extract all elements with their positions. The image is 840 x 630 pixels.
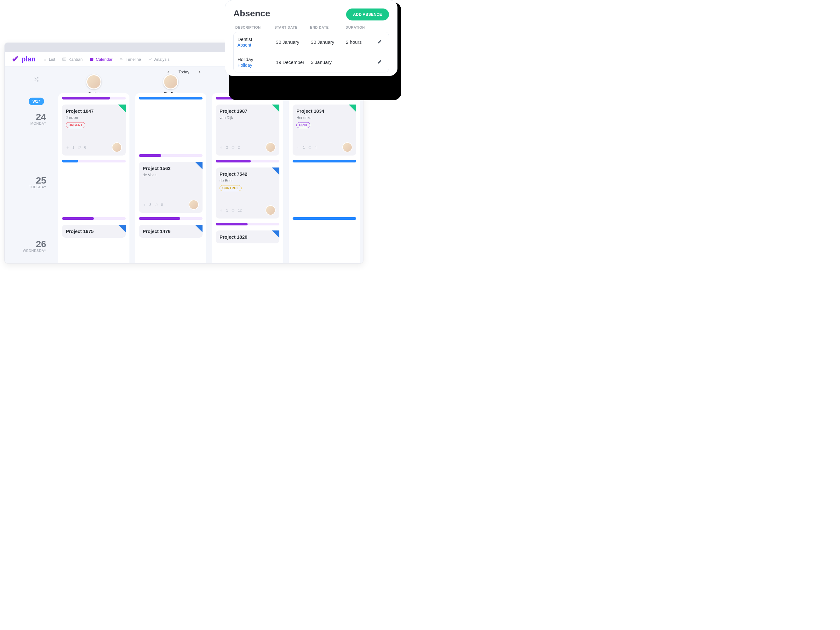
progress-fill xyxy=(139,97,202,99)
avatar xyxy=(86,74,101,90)
th-end-date: END DATE xyxy=(310,25,346,29)
tag-chip: URGENT xyxy=(66,122,85,128)
empty-slot xyxy=(293,165,356,215)
progress-fill xyxy=(139,217,180,220)
project-card[interactable]: Project 1675 xyxy=(62,225,126,238)
absence-start: 19 December xyxy=(276,60,311,65)
tab-list[interactable]: List xyxy=(43,57,55,62)
upload-icon xyxy=(66,146,69,149)
empty-slot xyxy=(62,165,126,215)
card-title: Project 1987 xyxy=(219,108,276,113)
progress-bar xyxy=(293,217,356,220)
shuffle-button[interactable] xyxy=(34,77,39,83)
card-corner xyxy=(118,104,126,112)
absence-end: 30 January xyxy=(311,39,346,45)
progress-bar xyxy=(62,97,126,99)
stat-b: 6 xyxy=(84,145,86,149)
progress-bar xyxy=(216,160,279,162)
comment-icon xyxy=(154,203,158,206)
tab-timeline-label: Timeline xyxy=(126,57,141,62)
add-absence-button[interactable]: ADD ABSENCE xyxy=(346,8,389,20)
avatar xyxy=(343,142,352,153)
edit-button[interactable] xyxy=(377,39,387,45)
day-number: 26 xyxy=(36,239,46,249)
tab-calendar-label: Calendar xyxy=(96,57,112,62)
card-corner xyxy=(195,225,202,232)
today-button[interactable]: Today xyxy=(178,69,189,74)
empty-slot xyxy=(293,222,356,263)
progress-bar xyxy=(139,154,202,157)
absence-desc: Dentist Absent xyxy=(237,36,276,47)
card-corner xyxy=(349,104,356,112)
absence-desc-text: Dentist xyxy=(237,36,276,42)
progress-fill xyxy=(62,160,78,162)
card-subtitle: de Vries xyxy=(143,173,199,177)
upload-icon xyxy=(219,146,223,149)
column: Project 1987van Dijk2 2Project 7542de Bo… xyxy=(212,93,283,263)
day-number: 24 xyxy=(36,112,46,121)
th-description: DESCRIPTION xyxy=(235,25,274,29)
card-subtitle: van Dijk xyxy=(219,115,276,120)
chevron-left-icon[interactable] xyxy=(166,70,171,74)
tab-calendar[interactable]: Calendar xyxy=(90,57,112,62)
day-name: WEDNESDAY xyxy=(23,249,46,252)
card-corner xyxy=(272,104,279,112)
list-icon xyxy=(43,57,47,61)
th-duration: DURATION xyxy=(346,25,377,29)
progress-bar xyxy=(293,160,356,162)
day-name: TUESDAY xyxy=(29,185,46,189)
project-card[interactable]: Project 7542de BoerCONTROL1 12 xyxy=(216,167,279,219)
column: Project 1834HendriksPRIO1 4 xyxy=(289,93,360,263)
kanban-icon xyxy=(62,57,66,61)
project-card[interactable]: Project 1834HendriksPRIO1 4 xyxy=(293,104,356,156)
project-card[interactable]: Project 1476 xyxy=(139,225,202,238)
card-footer: 3 8 xyxy=(143,200,199,210)
tag-chip: CONTROL xyxy=(219,185,242,191)
absence-duration: 2 hours xyxy=(346,39,377,45)
upload-icon xyxy=(143,203,146,206)
edit-button[interactable] xyxy=(377,59,387,65)
card-footer: 1 12 xyxy=(219,205,276,215)
progress-bar xyxy=(216,223,279,225)
th-start-date: START DATE xyxy=(274,25,310,29)
card-title: Project 7542 xyxy=(219,171,276,176)
absence-type: Holiday xyxy=(237,63,276,68)
tab-analysis[interactable]: Analysis xyxy=(148,57,169,62)
absence-desc-text: Holiday xyxy=(237,57,276,62)
absence-desc: Holiday Holiday xyxy=(237,57,276,68)
progress-bar xyxy=(62,160,126,162)
absence-row[interactable]: Dentist Absent 30 January 30 January 2 h… xyxy=(234,32,388,52)
absence-type: Absent xyxy=(237,43,276,47)
day-row: 25 TUESDAY xyxy=(5,176,58,239)
card-title: Project 1834 xyxy=(296,108,352,113)
card-title: Project 1562 xyxy=(143,165,199,171)
column: Project 1047JanzenURGENT1 6Project 1675 xyxy=(58,93,129,263)
card-footer: 2 2 xyxy=(219,142,276,153)
stat-b: 8 xyxy=(161,203,163,206)
svg-rect-0 xyxy=(63,58,66,60)
upload-icon xyxy=(296,146,300,149)
absence-end: 3 January xyxy=(311,60,346,65)
project-card[interactable]: Project 1987van Dijk2 2 xyxy=(216,104,279,156)
progress-fill xyxy=(139,154,161,157)
project-card[interactable]: Project 1562de Vries3 8 xyxy=(139,162,202,213)
project-card[interactable]: Project 1820 xyxy=(216,230,279,243)
tag-chip: PRIO xyxy=(296,122,310,128)
stat-b: 2 xyxy=(238,145,240,149)
comment-icon xyxy=(77,146,81,149)
timeline-icon xyxy=(119,57,124,61)
brand-logo[interactable]: ✔ plan xyxy=(12,55,36,64)
absence-row[interactable]: Holiday Holiday 19 December 3 January xyxy=(234,52,388,72)
columns: Project 1047JanzenURGENT1 6Project 1675P… xyxy=(58,93,360,263)
card-subtitle: de Boer xyxy=(219,178,276,183)
day-number: 25 xyxy=(36,176,46,185)
chevron-right-icon[interactable] xyxy=(197,70,202,74)
tab-kanban[interactable]: Kanban xyxy=(62,57,82,62)
tab-timeline[interactable]: Timeline xyxy=(119,57,141,62)
project-card[interactable]: Project 1047JanzenURGENT1 6 xyxy=(62,104,126,156)
progress-fill xyxy=(216,223,248,225)
stat-a: 1 xyxy=(303,145,305,149)
avatar xyxy=(163,74,178,90)
card-corner xyxy=(195,162,202,169)
progress-fill xyxy=(216,160,251,162)
